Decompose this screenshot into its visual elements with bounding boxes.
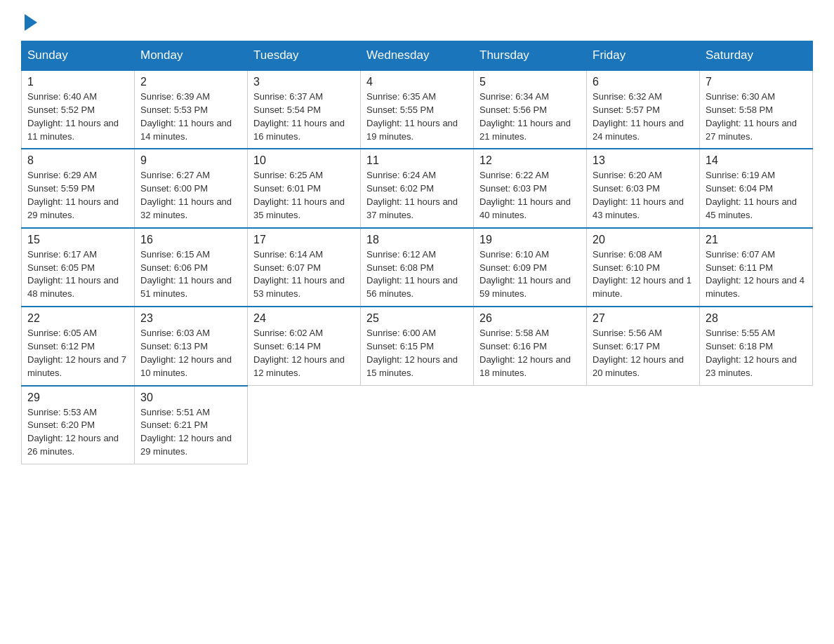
week-row-2: 8Sunrise: 6:29 AMSunset: 5:59 PMDaylight… <box>22 149 813 227</box>
day-header-sunday: Sunday <box>22 41 135 71</box>
day-number: 17 <box>253 234 355 246</box>
day-cell-6: 6Sunrise: 6:32 AMSunset: 5:57 PMDaylight… <box>587 70 700 149</box>
day-number: 4 <box>366 76 468 88</box>
logo <box>21 14 37 28</box>
day-header-friday: Friday <box>587 41 700 71</box>
day-info: Sunrise: 6:15 AMSunset: 6:06 PMDaylight:… <box>140 248 241 301</box>
day-cell-17: 17Sunrise: 6:14 AMSunset: 6:07 PMDayligh… <box>248 228 361 307</box>
day-info: Sunrise: 6:12 AMSunset: 6:08 PMDaylight:… <box>366 248 468 301</box>
day-cell-7: 7Sunrise: 6:30 AMSunset: 5:58 PMDaylight… <box>700 70 813 149</box>
day-cell-23: 23Sunrise: 6:03 AMSunset: 6:13 PMDayligh… <box>135 307 248 385</box>
day-number: 10 <box>253 154 355 167</box>
day-cell-26: 26Sunrise: 5:58 AMSunset: 6:16 PMDayligh… <box>474 307 587 385</box>
day-info: Sunrise: 5:56 AMSunset: 6:17 PMDaylight:… <box>593 327 694 380</box>
day-number: 16 <box>140 234 241 246</box>
page-header <box>21 14 813 28</box>
day-cell-8: 8Sunrise: 6:29 AMSunset: 5:59 PMDaylight… <box>22 149 135 227</box>
day-info: Sunrise: 6:03 AMSunset: 6:13 PMDaylight:… <box>140 327 241 380</box>
day-cell-28: 28Sunrise: 5:55 AMSunset: 6:18 PMDayligh… <box>700 307 813 385</box>
day-number: 18 <box>366 234 468 246</box>
day-cell-22: 22Sunrise: 6:05 AMSunset: 6:12 PMDayligh… <box>22 307 135 385</box>
day-cell-5: 5Sunrise: 6:34 AMSunset: 5:56 PMDaylight… <box>474 70 587 149</box>
day-cell-3: 3Sunrise: 6:37 AMSunset: 5:54 PMDaylight… <box>248 70 361 149</box>
day-number: 13 <box>593 154 694 167</box>
day-number: 20 <box>593 234 694 246</box>
day-number: 27 <box>593 312 694 325</box>
day-info: Sunrise: 6:35 AMSunset: 5:55 PMDaylight:… <box>366 90 468 143</box>
day-cell-15: 15Sunrise: 6:17 AMSunset: 6:05 PMDayligh… <box>22 228 135 307</box>
day-info: Sunrise: 6:34 AMSunset: 5:56 PMDaylight:… <box>479 90 581 143</box>
day-number: 15 <box>27 234 128 246</box>
week-row-5: 29Sunrise: 5:53 AMSunset: 6:20 PMDayligh… <box>22 386 813 464</box>
day-info: Sunrise: 6:25 AMSunset: 6:01 PMDaylight:… <box>253 169 355 222</box>
week-row-3: 15Sunrise: 6:17 AMSunset: 6:05 PMDayligh… <box>22 228 813 307</box>
day-info: Sunrise: 6:37 AMSunset: 5:54 PMDaylight:… <box>253 90 355 143</box>
day-info: Sunrise: 5:58 AMSunset: 6:16 PMDaylight:… <box>479 327 581 380</box>
empty-cell <box>474 386 587 464</box>
day-info: Sunrise: 6:22 AMSunset: 6:03 PMDaylight:… <box>479 169 581 222</box>
day-header-wednesday: Wednesday <box>361 41 474 71</box>
day-header-saturday: Saturday <box>700 41 813 71</box>
day-number: 9 <box>140 154 241 167</box>
logo-arrow-icon <box>25 14 37 31</box>
day-cell-11: 11Sunrise: 6:24 AMSunset: 6:02 PMDayligh… <box>361 149 474 227</box>
day-cell-24: 24Sunrise: 6:02 AMSunset: 6:14 PMDayligh… <box>248 307 361 385</box>
day-info: Sunrise: 6:29 AMSunset: 5:59 PMDaylight:… <box>27 169 128 222</box>
day-info: Sunrise: 6:10 AMSunset: 6:09 PMDaylight:… <box>479 248 581 301</box>
day-info: Sunrise: 5:51 AMSunset: 6:21 PMDaylight:… <box>140 406 241 459</box>
day-info: Sunrise: 5:55 AMSunset: 6:18 PMDaylight:… <box>706 327 807 380</box>
day-cell-2: 2Sunrise: 6:39 AMSunset: 5:53 PMDaylight… <box>135 70 248 149</box>
day-cell-4: 4Sunrise: 6:35 AMSunset: 5:55 PMDaylight… <box>361 70 474 149</box>
day-info: Sunrise: 6:17 AMSunset: 6:05 PMDaylight:… <box>27 248 128 301</box>
day-header-thursday: Thursday <box>474 41 587 71</box>
empty-cell <box>700 386 813 464</box>
day-header-tuesday: Tuesday <box>248 41 361 71</box>
day-cell-18: 18Sunrise: 6:12 AMSunset: 6:08 PMDayligh… <box>361 228 474 307</box>
day-number: 22 <box>27 312 128 325</box>
day-number: 23 <box>140 312 241 325</box>
day-number: 24 <box>253 312 355 325</box>
day-number: 12 <box>479 154 581 167</box>
day-info: Sunrise: 6:20 AMSunset: 6:03 PMDaylight:… <box>593 169 694 222</box>
day-cell-25: 25Sunrise: 6:00 AMSunset: 6:15 PMDayligh… <box>361 307 474 385</box>
day-cell-21: 21Sunrise: 6:07 AMSunset: 6:11 PMDayligh… <box>700 228 813 307</box>
day-cell-16: 16Sunrise: 6:15 AMSunset: 6:06 PMDayligh… <box>135 228 248 307</box>
week-row-4: 22Sunrise: 6:05 AMSunset: 6:12 PMDayligh… <box>22 307 813 385</box>
day-cell-20: 20Sunrise: 6:08 AMSunset: 6:10 PMDayligh… <box>587 228 700 307</box>
day-cell-9: 9Sunrise: 6:27 AMSunset: 6:00 PMDaylight… <box>135 149 248 227</box>
day-cell-29: 29Sunrise: 5:53 AMSunset: 6:20 PMDayligh… <box>22 386 135 464</box>
day-cell-30: 30Sunrise: 5:51 AMSunset: 6:21 PMDayligh… <box>135 386 248 464</box>
day-number: 26 <box>479 312 581 325</box>
day-header-monday: Monday <box>135 41 248 71</box>
day-info: Sunrise: 6:39 AMSunset: 5:53 PMDaylight:… <box>140 90 241 143</box>
day-info: Sunrise: 6:32 AMSunset: 5:57 PMDaylight:… <box>593 90 694 143</box>
calendar-table: SundayMondayTuesdayWednesdayThursdayFrid… <box>21 41 813 464</box>
day-info: Sunrise: 6:05 AMSunset: 6:12 PMDaylight:… <box>27 327 128 380</box>
day-number: 2 <box>140 76 241 88</box>
day-number: 8 <box>27 154 128 167</box>
day-info: Sunrise: 5:53 AMSunset: 6:20 PMDaylight:… <box>27 406 128 459</box>
day-cell-1: 1Sunrise: 6:40 AMSunset: 5:52 PMDaylight… <box>22 70 135 149</box>
day-cell-13: 13Sunrise: 6:20 AMSunset: 6:03 PMDayligh… <box>587 149 700 227</box>
day-info: Sunrise: 6:27 AMSunset: 6:00 PMDaylight:… <box>140 169 241 222</box>
day-info: Sunrise: 6:30 AMSunset: 5:58 PMDaylight:… <box>706 90 807 143</box>
days-header-row: SundayMondayTuesdayWednesdayThursdayFrid… <box>22 41 813 71</box>
day-info: Sunrise: 6:07 AMSunset: 6:11 PMDaylight:… <box>706 248 807 301</box>
day-number: 14 <box>706 154 807 167</box>
day-number: 29 <box>27 391 128 404</box>
empty-cell <box>248 386 361 464</box>
day-info: Sunrise: 6:24 AMSunset: 6:02 PMDaylight:… <box>366 169 468 222</box>
empty-cell <box>361 386 474 464</box>
day-number: 11 <box>366 154 468 167</box>
day-number: 3 <box>253 76 355 88</box>
day-number: 21 <box>706 234 807 246</box>
day-number: 25 <box>366 312 468 325</box>
week-row-1: 1Sunrise: 6:40 AMSunset: 5:52 PMDaylight… <box>22 70 813 149</box>
empty-cell <box>587 386 700 464</box>
day-number: 19 <box>479 234 581 246</box>
day-number: 1 <box>27 76 128 88</box>
day-cell-10: 10Sunrise: 6:25 AMSunset: 6:01 PMDayligh… <box>248 149 361 227</box>
day-info: Sunrise: 6:00 AMSunset: 6:15 PMDaylight:… <box>366 327 468 380</box>
day-cell-27: 27Sunrise: 5:56 AMSunset: 6:17 PMDayligh… <box>587 307 700 385</box>
day-number: 6 <box>593 76 694 88</box>
